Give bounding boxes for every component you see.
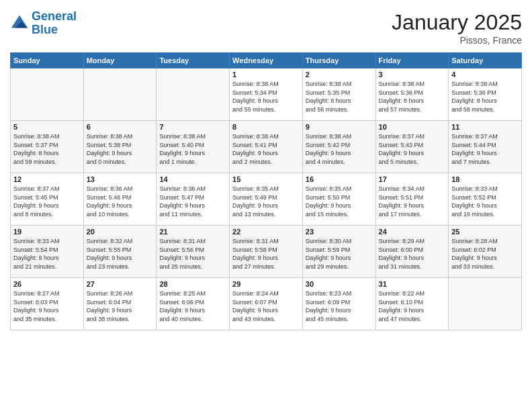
day-cell: 22Sunrise: 8:31 AM Sunset: 5:58 PM Dayli… bbox=[230, 226, 303, 278]
day-info: Sunrise: 8:37 AM Sunset: 5:44 PM Dayligh… bbox=[451, 132, 519, 166]
day-number: 30 bbox=[306, 280, 373, 288]
day-info: Sunrise: 8:23 AM Sunset: 6:09 PM Dayligh… bbox=[306, 289, 373, 323]
day-number: 28 bbox=[159, 280, 226, 288]
day-info: Sunrise: 8:28 AM Sunset: 6:02 PM Dayligh… bbox=[451, 237, 519, 271]
day-info: Sunrise: 8:38 AM Sunset: 5:40 PM Dayligh… bbox=[159, 132, 226, 166]
page: General Blue January 2025 Pissos, France… bbox=[0, 0, 532, 411]
day-number: 14 bbox=[159, 175, 226, 183]
week-row-1: 1Sunrise: 8:38 AM Sunset: 5:34 PM Daylig… bbox=[11, 68, 522, 121]
day-number: 25 bbox=[451, 228, 519, 236]
day-info: Sunrise: 8:26 AM Sunset: 6:04 PM Dayligh… bbox=[87, 289, 154, 323]
day-info: Sunrise: 8:38 AM Sunset: 5:42 PM Dayligh… bbox=[306, 132, 373, 166]
day-cell: 30Sunrise: 8:23 AM Sunset: 6:09 PM Dayli… bbox=[302, 278, 375, 330]
day-number: 31 bbox=[379, 280, 446, 288]
day-cell: 16Sunrise: 8:35 AM Sunset: 5:50 PM Dayli… bbox=[302, 173, 375, 226]
day-number: 15 bbox=[232, 175, 300, 183]
day-cell: 24Sunrise: 8:29 AM Sunset: 6:00 PM Dayli… bbox=[375, 226, 449, 278]
day-cell: 26Sunrise: 8:27 AM Sunset: 6:03 PM Dayli… bbox=[11, 278, 84, 330]
day-cell: 25Sunrise: 8:28 AM Sunset: 6:02 PM Dayli… bbox=[449, 226, 522, 278]
day-info: Sunrise: 8:24 AM Sunset: 6:07 PM Dayligh… bbox=[232, 289, 300, 323]
day-info: Sunrise: 8:35 AM Sunset: 5:50 PM Dayligh… bbox=[306, 185, 373, 218]
day-info: Sunrise: 8:37 AM Sunset: 5:45 PM Dayligh… bbox=[13, 185, 81, 218]
day-cell: 14Sunrise: 8:36 AM Sunset: 5:47 PM Dayli… bbox=[157, 173, 230, 226]
day-number: 9 bbox=[306, 123, 373, 131]
day-number: 4 bbox=[451, 71, 519, 79]
week-row-2: 5Sunrise: 8:38 AM Sunset: 5:37 PM Daylig… bbox=[11, 121, 522, 173]
day-number: 12 bbox=[13, 175, 81, 183]
day-cell: 17Sunrise: 8:34 AM Sunset: 5:51 PM Dayli… bbox=[375, 173, 449, 226]
calendar-table: SundayMondayTuesdayWednesdayThursdayFrid… bbox=[10, 52, 522, 330]
day-cell: 29Sunrise: 8:24 AM Sunset: 6:07 PM Dayli… bbox=[230, 278, 303, 330]
day-number: 2 bbox=[306, 71, 373, 79]
header-row: SundayMondayTuesdayWednesdayThursdayFrid… bbox=[11, 53, 522, 68]
day-number: 5 bbox=[13, 123, 81, 131]
day-info: Sunrise: 8:31 AM Sunset: 5:58 PM Dayligh… bbox=[232, 237, 300, 271]
day-info: Sunrise: 8:31 AM Sunset: 5:56 PM Dayligh… bbox=[159, 237, 226, 271]
day-info: Sunrise: 8:38 AM Sunset: 5:41 PM Dayligh… bbox=[232, 132, 300, 166]
day-info: Sunrise: 8:34 AM Sunset: 5:51 PM Dayligh… bbox=[379, 185, 446, 218]
day-number: 24 bbox=[379, 228, 446, 236]
header-cell-monday: Monday bbox=[83, 53, 157, 68]
day-cell: 1Sunrise: 8:38 AM Sunset: 5:34 PM Daylig… bbox=[230, 68, 303, 121]
day-info: Sunrise: 8:37 AM Sunset: 5:43 PM Dayligh… bbox=[379, 132, 446, 166]
day-number: 6 bbox=[87, 123, 154, 131]
day-number: 20 bbox=[87, 228, 154, 236]
day-info: Sunrise: 8:36 AM Sunset: 5:46 PM Dayligh… bbox=[87, 185, 154, 218]
day-number: 17 bbox=[379, 175, 446, 183]
day-number: 3 bbox=[379, 71, 446, 79]
day-info: Sunrise: 8:33 AM Sunset: 5:54 PM Dayligh… bbox=[13, 237, 81, 271]
logo-icon bbox=[10, 14, 29, 33]
day-cell: 9Sunrise: 8:38 AM Sunset: 5:42 PM Daylig… bbox=[302, 121, 375, 173]
day-cell: 21Sunrise: 8:31 AM Sunset: 5:56 PM Dayli… bbox=[157, 226, 230, 278]
day-cell: 13Sunrise: 8:36 AM Sunset: 5:46 PM Dayli… bbox=[83, 173, 157, 226]
day-number: 1 bbox=[232, 71, 300, 79]
day-cell: 11Sunrise: 8:37 AM Sunset: 5:44 PM Dayli… bbox=[449, 121, 522, 173]
day-info: Sunrise: 8:27 AM Sunset: 6:03 PM Dayligh… bbox=[13, 289, 81, 323]
day-info: Sunrise: 8:38 AM Sunset: 5:34 PM Dayligh… bbox=[232, 80, 300, 113]
day-number: 8 bbox=[232, 123, 300, 131]
day-cell: 4Sunrise: 8:38 AM Sunset: 5:36 PM Daylig… bbox=[449, 68, 522, 121]
day-cell bbox=[11, 68, 84, 121]
location: Pissos, France bbox=[392, 35, 522, 46]
day-cell: 5Sunrise: 8:38 AM Sunset: 5:37 PM Daylig… bbox=[11, 121, 84, 173]
logo-text: General Blue bbox=[32, 10, 77, 37]
day-number: 11 bbox=[451, 123, 519, 131]
day-number: 16 bbox=[306, 175, 373, 183]
day-info: Sunrise: 8:38 AM Sunset: 5:36 PM Dayligh… bbox=[379, 80, 446, 113]
header: General Blue January 2025 Pissos, France bbox=[10, 10, 522, 46]
day-cell: 31Sunrise: 8:22 AM Sunset: 6:10 PM Dayli… bbox=[375, 278, 449, 330]
header-cell-wednesday: Wednesday bbox=[230, 53, 303, 68]
day-number: 26 bbox=[13, 280, 81, 288]
day-number: 19 bbox=[13, 228, 81, 236]
day-cell: 2Sunrise: 8:38 AM Sunset: 5:35 PM Daylig… bbox=[302, 68, 375, 121]
day-info: Sunrise: 8:25 AM Sunset: 6:06 PM Dayligh… bbox=[159, 289, 226, 323]
day-info: Sunrise: 8:36 AM Sunset: 5:47 PM Dayligh… bbox=[159, 185, 226, 218]
day-number: 23 bbox=[306, 228, 373, 236]
title-block: January 2025 Pissos, France bbox=[392, 10, 522, 46]
week-row-4: 19Sunrise: 8:33 AM Sunset: 5:54 PM Dayli… bbox=[11, 226, 522, 278]
header-cell-sunday: Sunday bbox=[11, 53, 84, 68]
day-info: Sunrise: 8:32 AM Sunset: 5:55 PM Dayligh… bbox=[87, 237, 154, 271]
day-cell: 19Sunrise: 8:33 AM Sunset: 5:54 PM Dayli… bbox=[11, 226, 84, 278]
month-title: January 2025 bbox=[392, 10, 522, 35]
day-info: Sunrise: 8:30 AM Sunset: 5:59 PM Dayligh… bbox=[306, 237, 373, 271]
day-info: Sunrise: 8:29 AM Sunset: 6:00 PM Dayligh… bbox=[379, 237, 446, 271]
day-info: Sunrise: 8:22 AM Sunset: 6:10 PM Dayligh… bbox=[379, 289, 446, 323]
header-cell-tuesday: Tuesday bbox=[157, 53, 230, 68]
day-cell: 20Sunrise: 8:32 AM Sunset: 5:55 PM Dayli… bbox=[83, 226, 157, 278]
day-number: 27 bbox=[87, 280, 154, 288]
week-row-5: 26Sunrise: 8:27 AM Sunset: 6:03 PM Dayli… bbox=[11, 278, 522, 330]
day-cell: 6Sunrise: 8:38 AM Sunset: 5:38 PM Daylig… bbox=[83, 121, 157, 173]
header-cell-saturday: Saturday bbox=[449, 53, 522, 68]
day-cell bbox=[449, 278, 522, 330]
day-number: 13 bbox=[87, 175, 154, 183]
day-cell: 7Sunrise: 8:38 AM Sunset: 5:40 PM Daylig… bbox=[157, 121, 230, 173]
day-number: 21 bbox=[159, 228, 226, 236]
day-number: 18 bbox=[451, 175, 519, 183]
day-cell: 27Sunrise: 8:26 AM Sunset: 6:04 PM Dayli… bbox=[83, 278, 157, 330]
header-cell-friday: Friday bbox=[375, 53, 449, 68]
day-cell: 23Sunrise: 8:30 AM Sunset: 5:59 PM Dayli… bbox=[302, 226, 375, 278]
day-number: 22 bbox=[232, 228, 300, 236]
day-cell: 12Sunrise: 8:37 AM Sunset: 5:45 PM Dayli… bbox=[11, 173, 84, 226]
day-info: Sunrise: 8:38 AM Sunset: 5:37 PM Dayligh… bbox=[13, 132, 81, 166]
